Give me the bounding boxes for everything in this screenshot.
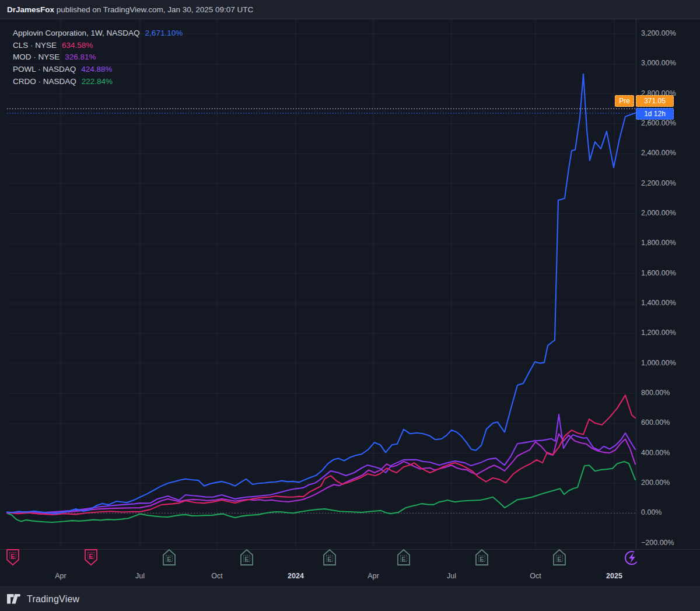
time-axis-label: Apr — [55, 572, 66, 580]
price-axis-label: 3,200.00% — [641, 29, 676, 37]
price-axis-label: 2,200.00% — [641, 179, 676, 187]
price-axis-label: 1,400.00% — [641, 299, 676, 307]
legend-row-cls[interactable]: CLS · NYSE634.58% — [13, 39, 183, 51]
price-axis-label: 3,000.00% — [641, 59, 676, 67]
earnings-icon[interactable]: E — [396, 548, 412, 568]
price-axis-label: 1,800.00% — [641, 239, 676, 247]
chart-canvas[interactable] — [0, 0, 700, 611]
tradingview-logo-icon[interactable] — [7, 594, 22, 604]
series-line-app[interactable] — [7, 74, 635, 514]
time-axis-label: 2024 — [288, 572, 304, 580]
earnings-icon[interactable]: E — [321, 548, 338, 568]
svg-text:E: E — [89, 553, 93, 560]
legend-row-applovin[interactable]: Applovin Corporation, 1W, NASDAQ2,671.10… — [13, 27, 183, 39]
time-axis-label: Apr — [368, 572, 379, 580]
earnings-icon[interactable]: E — [239, 548, 255, 568]
price-axis-label: 2,400.00% — [641, 149, 676, 157]
legend-symbol-label: CLS · NYSE — [13, 41, 57, 50]
series-line-mod[interactable] — [7, 434, 635, 514]
price-axis-label: 400.00% — [641, 449, 670, 457]
bar-countdown-badge[interactable]: 1d 12h — [636, 108, 674, 120]
time-axis-label: Jul — [135, 572, 145, 580]
legend-row-powl[interactable]: POWL · NASDAQ424.88% — [13, 63, 183, 75]
time-axis-label: Oct — [211, 572, 222, 580]
legend-change-value: 2,671.10% — [145, 29, 183, 37]
price-axis-label: 2,600.00% — [641, 119, 676, 127]
footer-bar: TradingView — [0, 586, 700, 611]
legend-symbol-label: Applovin Corporation, 1W, NASDAQ — [13, 29, 140, 37]
chart-legend: Applovin Corporation, 1W, NASDAQ2,671.10… — [13, 27, 183, 87]
legend-change-value: 634.58% — [62, 41, 93, 50]
series-line-cls[interactable] — [7, 395, 635, 515]
price-axis-label: 800.00% — [641, 389, 670, 397]
price-axis-label: 1,600.00% — [641, 269, 676, 277]
time-axis[interactable]: AprJulOct2024AprJulOct2025EEEEEEEE — [0, 549, 700, 586]
svg-text:E: E — [244, 556, 249, 563]
legend-symbol-label: POWL · NASDAQ — [13, 65, 76, 74]
legend-row-crdo[interactable]: CRDO · NASDAQ222.84% — [13, 75, 183, 88]
flash-event-icon[interactable] — [622, 548, 639, 568]
legend-change-value: 222.84% — [82, 77, 113, 86]
svg-text:E: E — [557, 556, 561, 563]
time-axis-label: Oct — [530, 572, 541, 580]
svg-text:E: E — [10, 553, 15, 560]
price-axis-label: 1,200.00% — [641, 329, 676, 337]
legend-change-value: 326.81% — [65, 53, 96, 61]
svg-text:E: E — [167, 556, 171, 563]
price-axis-label: 600.00% — [641, 418, 670, 427]
price-axis-label: 1,000.00% — [641, 359, 676, 367]
premarket-badge[interactable]: Pre — [615, 95, 634, 107]
premarket-price-badge[interactable]: 371.05 — [636, 95, 674, 107]
svg-text:E: E — [480, 556, 484, 563]
earnings-icon[interactable]: E — [551, 548, 568, 568]
legend-symbol-label: MOD · NYSE — [13, 53, 60, 61]
tradingview-chart-window: DrJamesFox published on TradingView.com,… — [0, 0, 700, 611]
price-axis-label: −200.00% — [641, 539, 674, 547]
brand-name[interactable]: TradingView — [27, 594, 79, 605]
earnings-icon[interactable]: E — [474, 548, 490, 568]
price-axis-label: 2,000.00% — [641, 209, 676, 217]
legend-row-mod[interactable]: MOD · NYSE326.81% — [13, 51, 183, 63]
legend-change-value: 424.88% — [81, 65, 112, 74]
price-axis-label: 0.00% — [641, 508, 662, 516]
svg-text:E: E — [327, 556, 331, 563]
time-axis-label: 2025 — [606, 572, 622, 580]
price-axis-label: 200.00% — [641, 479, 670, 487]
earnings-icon[interactable]: E — [5, 548, 21, 568]
svg-text:E: E — [401, 556, 405, 563]
earnings-icon[interactable]: E — [83, 548, 99, 568]
series-line-powl[interactable] — [7, 414, 635, 513]
time-axis-label: Jul — [447, 572, 456, 580]
earnings-icon[interactable]: E — [161, 548, 177, 568]
legend-symbol-label: CRDO · NASDAQ — [13, 77, 76, 86]
